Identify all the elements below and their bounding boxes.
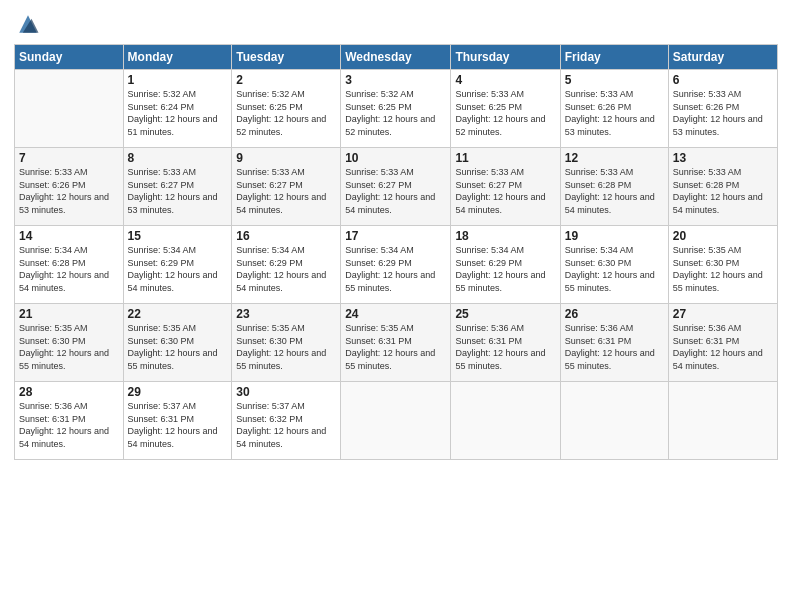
day-info: Sunrise: 5:37 AMSunset: 6:31 PMDaylight:… [128, 401, 218, 449]
day-number: 24 [345, 307, 446, 321]
calendar-cell: 12Sunrise: 5:33 AMSunset: 6:28 PMDayligh… [560, 148, 668, 226]
day-number: 18 [455, 229, 555, 243]
calendar-cell: 28Sunrise: 5:36 AMSunset: 6:31 PMDayligh… [15, 382, 124, 460]
day-info: Sunrise: 5:34 AMSunset: 6:29 PMDaylight:… [455, 245, 545, 293]
calendar-cell: 1Sunrise: 5:32 AMSunset: 6:24 PMDaylight… [123, 70, 232, 148]
calendar-cell: 10Sunrise: 5:33 AMSunset: 6:27 PMDayligh… [341, 148, 451, 226]
calendar-cell [341, 382, 451, 460]
day-info: Sunrise: 5:32 AMSunset: 6:24 PMDaylight:… [128, 89, 218, 137]
day-number: 25 [455, 307, 555, 321]
calendar-week-0: 1Sunrise: 5:32 AMSunset: 6:24 PMDaylight… [15, 70, 778, 148]
calendar-cell: 19Sunrise: 5:34 AMSunset: 6:30 PMDayligh… [560, 226, 668, 304]
day-header-saturday: Saturday [668, 45, 777, 70]
day-info: Sunrise: 5:33 AMSunset: 6:27 PMDaylight:… [345, 167, 435, 215]
day-info: Sunrise: 5:33 AMSunset: 6:26 PMDaylight:… [673, 89, 763, 137]
day-header-sunday: Sunday [15, 45, 124, 70]
calendar-week-2: 14Sunrise: 5:34 AMSunset: 6:28 PMDayligh… [15, 226, 778, 304]
calendar-cell: 27Sunrise: 5:36 AMSunset: 6:31 PMDayligh… [668, 304, 777, 382]
day-info: Sunrise: 5:37 AMSunset: 6:32 PMDaylight:… [236, 401, 326, 449]
day-info: Sunrise: 5:35 AMSunset: 6:30 PMDaylight:… [19, 323, 109, 371]
day-info: Sunrise: 5:35 AMSunset: 6:31 PMDaylight:… [345, 323, 435, 371]
calendar-cell: 21Sunrise: 5:35 AMSunset: 6:30 PMDayligh… [15, 304, 124, 382]
calendar-cell [668, 382, 777, 460]
day-number: 13 [673, 151, 773, 165]
day-number: 16 [236, 229, 336, 243]
day-number: 14 [19, 229, 119, 243]
day-number: 4 [455, 73, 555, 87]
day-number: 1 [128, 73, 228, 87]
day-number: 21 [19, 307, 119, 321]
calendar-cell: 22Sunrise: 5:35 AMSunset: 6:30 PMDayligh… [123, 304, 232, 382]
day-number: 6 [673, 73, 773, 87]
day-info: Sunrise: 5:33 AMSunset: 6:27 PMDaylight:… [128, 167, 218, 215]
calendar-cell: 13Sunrise: 5:33 AMSunset: 6:28 PMDayligh… [668, 148, 777, 226]
day-info: Sunrise: 5:34 AMSunset: 6:29 PMDaylight:… [236, 245, 326, 293]
day-number: 10 [345, 151, 446, 165]
calendar-cell: 29Sunrise: 5:37 AMSunset: 6:31 PMDayligh… [123, 382, 232, 460]
day-number: 15 [128, 229, 228, 243]
calendar-cell: 18Sunrise: 5:34 AMSunset: 6:29 PMDayligh… [451, 226, 560, 304]
day-number: 19 [565, 229, 664, 243]
calendar-cell: 25Sunrise: 5:36 AMSunset: 6:31 PMDayligh… [451, 304, 560, 382]
calendar-table: SundayMondayTuesdayWednesdayThursdayFrid… [14, 44, 778, 460]
day-info: Sunrise: 5:33 AMSunset: 6:27 PMDaylight:… [236, 167, 326, 215]
calendar-cell: 24Sunrise: 5:35 AMSunset: 6:31 PMDayligh… [341, 304, 451, 382]
calendar-body: 1Sunrise: 5:32 AMSunset: 6:24 PMDaylight… [15, 70, 778, 460]
calendar-cell: 26Sunrise: 5:36 AMSunset: 6:31 PMDayligh… [560, 304, 668, 382]
day-number: 30 [236, 385, 336, 399]
calendar-cell: 2Sunrise: 5:32 AMSunset: 6:25 PMDaylight… [232, 70, 341, 148]
calendar-cell: 16Sunrise: 5:34 AMSunset: 6:29 PMDayligh… [232, 226, 341, 304]
day-header-friday: Friday [560, 45, 668, 70]
calendar-week-3: 21Sunrise: 5:35 AMSunset: 6:30 PMDayligh… [15, 304, 778, 382]
calendar-cell [560, 382, 668, 460]
header [14, 10, 778, 38]
day-number: 27 [673, 307, 773, 321]
day-info: Sunrise: 5:35 AMSunset: 6:30 PMDaylight:… [673, 245, 763, 293]
day-info: Sunrise: 5:36 AMSunset: 6:31 PMDaylight:… [565, 323, 655, 371]
day-number: 29 [128, 385, 228, 399]
calendar-cell: 5Sunrise: 5:33 AMSunset: 6:26 PMDaylight… [560, 70, 668, 148]
day-number: 7 [19, 151, 119, 165]
day-number: 12 [565, 151, 664, 165]
day-info: Sunrise: 5:34 AMSunset: 6:28 PMDaylight:… [19, 245, 109, 293]
calendar-cell: 20Sunrise: 5:35 AMSunset: 6:30 PMDayligh… [668, 226, 777, 304]
logo [14, 10, 46, 38]
day-info: Sunrise: 5:33 AMSunset: 6:25 PMDaylight:… [455, 89, 545, 137]
day-info: Sunrise: 5:33 AMSunset: 6:28 PMDaylight:… [565, 167, 655, 215]
calendar-week-1: 7Sunrise: 5:33 AMSunset: 6:26 PMDaylight… [15, 148, 778, 226]
calendar-cell: 8Sunrise: 5:33 AMSunset: 6:27 PMDaylight… [123, 148, 232, 226]
day-number: 22 [128, 307, 228, 321]
day-info: Sunrise: 5:35 AMSunset: 6:30 PMDaylight:… [128, 323, 218, 371]
day-number: 26 [565, 307, 664, 321]
day-number: 3 [345, 73, 446, 87]
calendar-cell: 6Sunrise: 5:33 AMSunset: 6:26 PMDaylight… [668, 70, 777, 148]
calendar-cell: 17Sunrise: 5:34 AMSunset: 6:29 PMDayligh… [341, 226, 451, 304]
calendar-cell [15, 70, 124, 148]
page: SundayMondayTuesdayWednesdayThursdayFrid… [0, 0, 792, 612]
calendar-cell: 7Sunrise: 5:33 AMSunset: 6:26 PMDaylight… [15, 148, 124, 226]
day-number: 20 [673, 229, 773, 243]
day-info: Sunrise: 5:34 AMSunset: 6:30 PMDaylight:… [565, 245, 655, 293]
logo-icon [14, 10, 42, 38]
day-number: 23 [236, 307, 336, 321]
calendar-cell: 14Sunrise: 5:34 AMSunset: 6:28 PMDayligh… [15, 226, 124, 304]
day-info: Sunrise: 5:36 AMSunset: 6:31 PMDaylight:… [455, 323, 545, 371]
day-number: 5 [565, 73, 664, 87]
day-number: 28 [19, 385, 119, 399]
calendar-cell: 11Sunrise: 5:33 AMSunset: 6:27 PMDayligh… [451, 148, 560, 226]
calendar-week-4: 28Sunrise: 5:36 AMSunset: 6:31 PMDayligh… [15, 382, 778, 460]
day-header-thursday: Thursday [451, 45, 560, 70]
day-info: Sunrise: 5:33 AMSunset: 6:28 PMDaylight:… [673, 167, 763, 215]
day-header-wednesday: Wednesday [341, 45, 451, 70]
day-number: 8 [128, 151, 228, 165]
day-info: Sunrise: 5:33 AMSunset: 6:27 PMDaylight:… [455, 167, 545, 215]
calendar-cell: 4Sunrise: 5:33 AMSunset: 6:25 PMDaylight… [451, 70, 560, 148]
day-info: Sunrise: 5:36 AMSunset: 6:31 PMDaylight:… [19, 401, 109, 449]
day-info: Sunrise: 5:33 AMSunset: 6:26 PMDaylight:… [19, 167, 109, 215]
day-header-tuesday: Tuesday [232, 45, 341, 70]
calendar-cell: 30Sunrise: 5:37 AMSunset: 6:32 PMDayligh… [232, 382, 341, 460]
day-info: Sunrise: 5:34 AMSunset: 6:29 PMDaylight:… [345, 245, 435, 293]
calendar-cell: 9Sunrise: 5:33 AMSunset: 6:27 PMDaylight… [232, 148, 341, 226]
calendar-cell: 3Sunrise: 5:32 AMSunset: 6:25 PMDaylight… [341, 70, 451, 148]
day-info: Sunrise: 5:32 AMSunset: 6:25 PMDaylight:… [236, 89, 326, 137]
